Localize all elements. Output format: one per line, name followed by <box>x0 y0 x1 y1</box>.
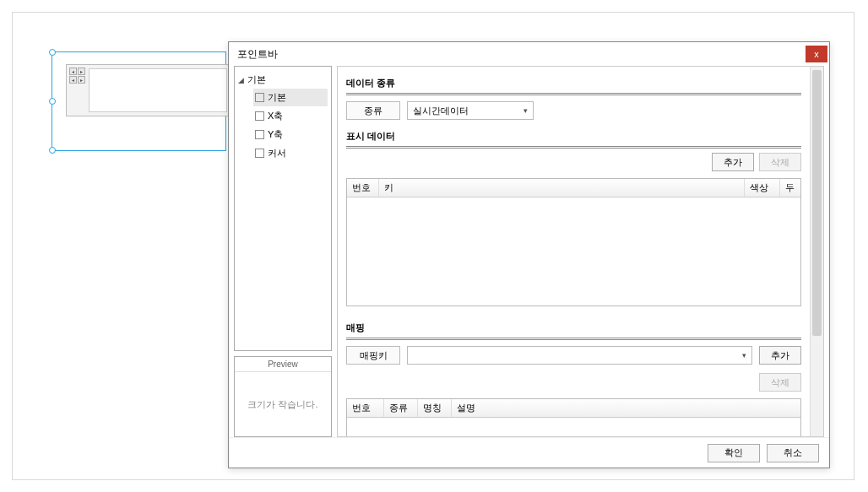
section-data-type-title: 데이터 종류 <box>346 77 801 89</box>
col-desc[interactable]: 설명 <box>452 399 800 417</box>
category-tree[interactable]: ◢ 기본 기본 X축 Y축 <box>234 66 332 351</box>
display-data-grid[interactable]: 번호 키 색상 두 <box>346 178 801 306</box>
tree-item-x-axis[interactable]: X축 <box>253 107 328 125</box>
add-mapping-button[interactable]: 추가 <box>759 346 801 365</box>
tree-root[interactable]: ◢ 기본 <box>238 72 328 88</box>
chevron-down-icon: ▾ <box>742 351 746 360</box>
tree-item-basic[interactable]: 기본 <box>253 89 328 106</box>
ok-button[interactable]: 확인 <box>708 444 760 462</box>
type-select-value: 실시간데이터 <box>413 105 469 117</box>
component-inner <box>89 68 227 112</box>
mapping-grid[interactable]: 번호 종류 명칭 설명 <box>346 398 801 436</box>
design-canvas[interactable]: ◂ ▸ ◂ ▸ <box>43 43 237 161</box>
divider <box>346 148 801 149</box>
divider <box>346 146 801 147</box>
button-label: 추가 <box>771 349 789 362</box>
properties-dialog: 포인트바 x ◢ 기본 기본 <box>228 41 830 468</box>
divider <box>346 95 801 95</box>
col-no[interactable]: 번호 <box>347 399 384 417</box>
divider <box>346 338 801 338</box>
button-label: 취소 <box>784 446 802 459</box>
nav-arrows-group: ◂ ▸ ◂ ▸ <box>69 68 86 84</box>
tree-item-label: 커서 <box>268 147 286 159</box>
tree-item-label: 기본 <box>268 91 286 104</box>
checkbox-icon[interactable] <box>255 111 264 121</box>
button-label: 삭제 <box>771 156 789 169</box>
tree-root-label: 기본 <box>247 73 266 86</box>
chevron-down-icon: ▾ <box>524 106 528 115</box>
checkbox-icon[interactable] <box>255 149 264 158</box>
col-name[interactable]: 명칭 <box>418 399 452 417</box>
col-color[interactable]: 색상 <box>745 179 780 197</box>
grid-body[interactable] <box>347 197 800 305</box>
dialog-footer: 확인 취소 <box>229 437 829 468</box>
grid-header: 번호 종류 명칭 설명 <box>347 399 800 418</box>
col-type[interactable]: 종류 <box>384 399 418 417</box>
close-button[interactable]: x <box>806 46 827 62</box>
mapping-key-label: 매핑키 <box>346 346 400 365</box>
preview-message: 크기가 작습니다. <box>235 372 331 436</box>
grid-body[interactable] <box>347 418 800 436</box>
selection-handle-top-left[interactable] <box>49 49 56 56</box>
mapping-key-select[interactable]: ▾ <box>407 346 752 365</box>
divider <box>346 93 801 94</box>
delete-mapping-button[interactable]: 삭제 <box>759 373 801 392</box>
type-select[interactable]: 실시간데이터 ▾ <box>407 101 534 120</box>
cancel-button[interactable]: 취소 <box>767 444 819 462</box>
preview-title: Preview <box>235 357 331 372</box>
tree-item-label: Y축 <box>268 128 283 141</box>
tree-item-cursor[interactable]: 커서 <box>253 144 328 162</box>
scrollbar-thumb[interactable] <box>812 70 822 336</box>
properties-pane: 데이터 종류 종류 실시간데이터 ▾ 표시 데이터 <box>337 66 824 437</box>
checkbox-icon[interactable] <box>255 93 264 102</box>
app-frame: ◂ ▸ ◂ ▸ 포인트바 x <box>12 12 854 480</box>
arrow-left-icon[interactable]: ◂ <box>69 76 77 84</box>
tree-item-label: X축 <box>268 110 283 122</box>
type-label: 종류 <box>346 101 400 120</box>
dialog-titlebar[interactable]: 포인트바 x <box>229 42 829 66</box>
section-mapping-title: 매핑 <box>346 322 801 334</box>
tree-item-y-axis[interactable]: Y축 <box>253 126 328 143</box>
section-display-data-title: 표시 데이터 <box>346 130 801 143</box>
close-icon: x <box>814 49 819 59</box>
grid-header: 번호 키 색상 두 <box>347 179 800 197</box>
col-no[interactable]: 번호 <box>347 179 379 197</box>
selection-handle-bottom-left[interactable] <box>49 147 56 154</box>
collapse-icon[interactable]: ◢ <box>238 76 244 84</box>
button-label: 추가 <box>724 156 742 169</box>
divider <box>346 339 801 340</box>
preview-panel: Preview 크기가 작습니다. <box>234 356 332 437</box>
button-label: 삭제 <box>771 376 789 389</box>
arrow-right-icon[interactable]: ▸ <box>78 68 85 75</box>
pointbar-component[interactable]: ◂ ▸ ◂ ▸ <box>66 64 231 116</box>
checkbox-icon[interactable] <box>255 130 264 139</box>
vertical-scrollbar[interactable] <box>810 67 823 436</box>
delete-display-data-button[interactable]: 삭제 <box>759 153 801 171</box>
arrow-right-icon[interactable]: ▸ <box>78 76 85 84</box>
add-display-data-button[interactable]: 추가 <box>712 153 754 171</box>
selection-handle-mid-left[interactable] <box>49 98 56 105</box>
col-extra[interactable]: 두 <box>780 179 800 197</box>
selection-rect[interactable]: ◂ ▸ ◂ ▸ <box>52 51 226 151</box>
dialog-title: 포인트바 <box>237 47 278 62</box>
col-key[interactable]: 키 <box>379 179 745 197</box>
arrow-left-icon[interactable]: ◂ <box>69 68 77 75</box>
button-label: 확인 <box>724 446 743 459</box>
